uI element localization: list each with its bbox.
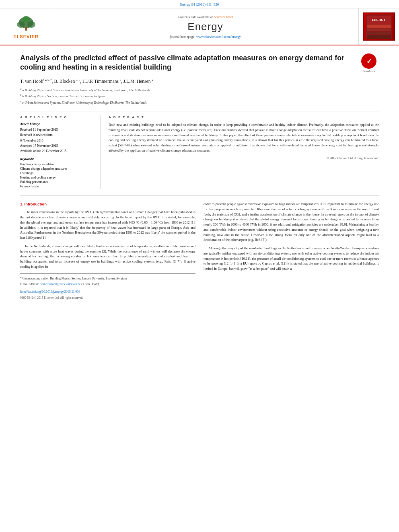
keyword-2: Dwellings (20, 171, 94, 175)
svg-text:ENERGY: ENERGY (372, 18, 386, 22)
footnote-section: * Corresponding author. Building Physics… (20, 273, 195, 287)
email-link[interactable]: twan.vanhooff@bwk.kuleuven.be (40, 282, 81, 286)
body-para-left-0: The main conclusions in the reports by t… (20, 210, 195, 240)
journal-title: Energy (187, 21, 223, 33)
journal-center: Contents lists available at ScienceDirec… (52, 8, 359, 45)
affiliations: a a Building Physics and Services, Eindh… (20, 87, 379, 105)
homepage-label: journal homepage: (170, 35, 195, 39)
article-title-section: Analysis of the predicted effect of pass… (20, 53, 379, 73)
elsevier-tree-icon (12, 14, 40, 33)
svg-rect-9 (367, 29, 391, 31)
info-section: A R T I C L E I N F O Article history: R… (20, 111, 379, 189)
journal-homepage: journal homepage: www.elsevier.com/locat… (170, 35, 241, 39)
authors-line: T. van Hooff a, b, *, B. Blocken a, b, H… (20, 78, 379, 84)
svg-point-2 (27, 21, 35, 28)
svg-point-1 (17, 21, 25, 28)
footnote-1: E-mail address: twan.vanhooff@bwk.kuleuv… (20, 282, 195, 286)
svg-rect-8 (367, 25, 391, 28)
keywords-section: Keywords: Building energy simulation Cli… (20, 157, 94, 188)
affiliation-c: c c Urban Science and Systems, Eindhoven… (20, 99, 379, 105)
history-item-0: Received 11 September 2015 (20, 127, 94, 132)
copyright-line: © 2015 Elsevier Ltd. All rights reserved… (109, 156, 379, 160)
keyword-1: Climate change adaptation measures (20, 167, 94, 170)
page: Energy 94 (2016) 811–820 ELSEVIER Conten… (0, 0, 399, 308)
elsevier-logo-section: ELSEVIER (0, 8, 52, 45)
body-col-right: order to prevent people against excessiv… (204, 201, 379, 300)
keywords-heading: Keywords: (20, 157, 94, 161)
body-col-left: 1. Introduction The main conclusions in … (20, 201, 195, 300)
body-columns: 1. Introduction The main conclusions in … (20, 201, 379, 300)
body-para-left-1: In the Netherlands, climate change will … (20, 244, 195, 269)
history-item-1: Received in revised form (20, 133, 94, 137)
doi-text: http://dx.doi.org/10.1016/j.energy.2015.… (20, 290, 80, 294)
history-item-4: Available online 20 December 2015 (20, 149, 94, 153)
footer-copyright: 0360-5442/© 2015 Elsevier Ltd. All right… (20, 296, 195, 300)
footnote-0: * Corresponding author. Building Physics… (20, 276, 195, 281)
svg-rect-10 (367, 32, 391, 34)
svg-rect-11 (367, 35, 391, 39)
svg-rect-3 (25, 27, 27, 31)
footer-doi-link[interactable]: http://dx.doi.org/10.1016/j.energy.2015.… (20, 290, 195, 294)
journal-citation: Energy 94 (2016) 811–820 (0, 0, 399, 8)
history-item-3: Accepted 17 November 2015 (20, 144, 94, 148)
affiliation-a: a a Building Physics and Services, Eindh… (20, 87, 379, 93)
abstract-heading: A B S T R A C T (109, 115, 379, 119)
keyword-4: Building performance (20, 180, 94, 184)
body-para-right-1: Although the majority of the residential… (204, 246, 379, 271)
history-item-2: 6 November 2015 (20, 138, 94, 143)
article-info-heading: A R T I C L E I N F O (20, 115, 94, 119)
keyword-5: Future climate (20, 185, 94, 188)
abstract-text: Both new and existing buildings need to … (109, 122, 379, 153)
authors-text: T. van Hooff a, b, *, B. Blocken a, b, H… (20, 79, 153, 84)
article-info: A R T I C L E I N F O Article history: R… (20, 115, 101, 189)
journal-header: ELSEVIER Contents lists available at Sci… (0, 8, 399, 45)
keyword-0: Building energy simulation (20, 162, 94, 166)
history-heading: Article history: (20, 122, 94, 126)
crossmark-icon[interactable]: ✓ (361, 53, 376, 69)
main-content: Analysis of the predicted effect of pass… (0, 45, 399, 308)
sciencedirect-link[interactable]: ScienceDirect (214, 15, 233, 19)
homepage-url[interactable]: www.elsevier.com/locate/energy (196, 35, 241, 39)
elsevier-label: ELSEVIER (13, 34, 38, 39)
energy-badge: ENERGY (363, 12, 395, 41)
keyword-3: Heating and cooling energy (20, 176, 94, 179)
abstract-section: A B S T R A C T Both new and existing bu… (109, 115, 379, 189)
crossmark-section: ✓ CrossMark (359, 53, 379, 73)
section1-heading: 1. Introduction (20, 201, 195, 207)
svg-point-4 (22, 16, 30, 23)
contents-text: Contents lists available at (178, 15, 213, 19)
section-divider (20, 195, 379, 196)
crossmark-label: CrossMark (362, 70, 375, 73)
article-title: Analysis of the predicted effect of pass… (20, 53, 359, 72)
energy-badge-section: ENERGY (359, 8, 399, 45)
body-para-right-0: order to prevent people against excessiv… (204, 201, 379, 242)
citation-text: Energy 94 (2016) 811–820 (180, 2, 219, 6)
contents-line: Contents lists available at ScienceDirec… (178, 15, 233, 19)
affiliation-b: b b Building Physics Section, Leuven Uni… (20, 93, 379, 99)
